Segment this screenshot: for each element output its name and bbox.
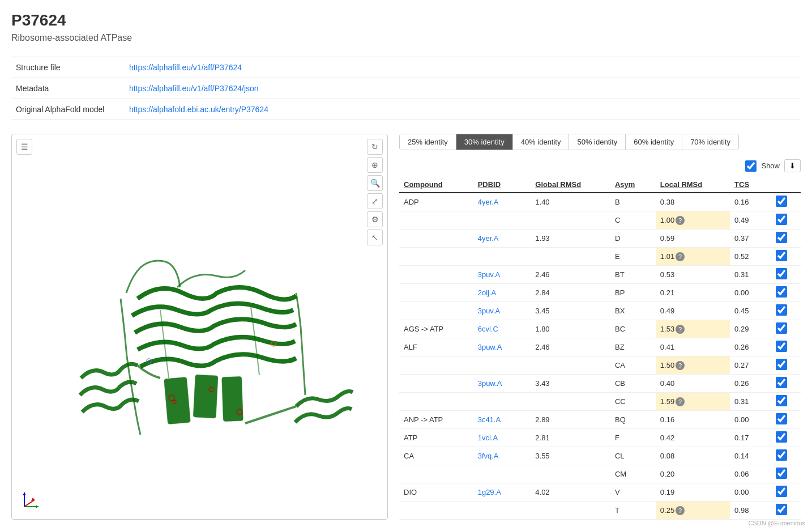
th-asym: Asym xyxy=(610,177,656,193)
identity-tab-2[interactable]: 40% identity xyxy=(513,134,570,150)
row-checkbox[interactable] xyxy=(776,377,787,388)
tcs-cell: 0.52 xyxy=(730,248,771,266)
row-checkbox[interactable] xyxy=(776,449,787,461)
row-checkbox[interactable] xyxy=(776,431,787,443)
row-checkbox[interactable] xyxy=(776,413,787,424)
row-checkbox[interactable] xyxy=(776,341,787,352)
row-checkbox[interactable] xyxy=(776,322,787,334)
checkbox-cell[interactable] xyxy=(771,193,801,211)
compound-cell xyxy=(399,211,473,230)
asym-cell: C xyxy=(610,211,656,230)
pdbid-cell: 3c41.A xyxy=(473,411,531,429)
page-subtitle: Ribosome-associated ATPase xyxy=(11,33,801,43)
pdbid-link[interactable]: 3puw.A xyxy=(478,379,502,388)
row-checkbox[interactable] xyxy=(776,232,787,243)
checkbox-cell[interactable] xyxy=(771,248,801,266)
checkbox-cell[interactable] xyxy=(771,266,801,284)
tcs-cell: 0.17 xyxy=(730,429,771,447)
row-checkbox[interactable] xyxy=(776,395,787,406)
checkbox-cell[interactable] xyxy=(771,302,801,320)
pdbid-link[interactable]: 1vci.A xyxy=(478,434,498,442)
page-title: P37624 xyxy=(11,11,801,29)
pdbid-cell xyxy=(473,248,531,266)
table-row: AGS -> ATP 6cvl.C 1.80 BC 1.53? 0.29 xyxy=(399,320,801,338)
pdbid-link[interactable]: 6cvl.C xyxy=(478,325,498,333)
row-checkbox[interactable] xyxy=(776,304,787,316)
row-checkbox[interactable] xyxy=(776,286,787,298)
tcs-cell: 0.31 xyxy=(730,266,771,284)
row-checkbox[interactable] xyxy=(776,268,787,279)
pdbid-link[interactable]: 4yer.A xyxy=(478,198,499,206)
pdbid-link[interactable]: 3c41.A xyxy=(478,415,501,424)
checkbox-cell[interactable] xyxy=(771,447,801,465)
pdbid-link[interactable]: 2olj.A xyxy=(478,288,497,297)
identity-tab-4[interactable]: 60% identity xyxy=(626,134,682,150)
compound-cell: ADP xyxy=(399,193,473,211)
info-link[interactable]: https://alphafill.eu/v1/aff/P37624/json xyxy=(129,84,259,93)
checkbox-cell[interactable] xyxy=(771,429,801,447)
identity-tab-3[interactable]: 50% identity xyxy=(569,134,626,150)
info-link[interactable]: https://alphafill.eu/v1/aff/P37624 xyxy=(129,63,242,72)
compound-cell xyxy=(399,393,473,411)
global-rmsd-cell: 2.46 xyxy=(531,338,610,356)
local-rmsd-cell: 0.20 xyxy=(656,465,730,483)
compound-cell: ANP -> ATP xyxy=(399,411,473,429)
row-checkbox[interactable] xyxy=(776,214,787,225)
checkbox-cell[interactable] xyxy=(771,393,801,411)
checkbox-cell[interactable] xyxy=(771,502,801,520)
checkbox-cell[interactable] xyxy=(771,230,801,248)
checkbox-cell[interactable] xyxy=(771,211,801,230)
global-rmsd-cell xyxy=(531,502,610,520)
question-mark[interactable]: ? xyxy=(676,397,685,406)
pdbid-cell: 3puv.A xyxy=(473,266,531,284)
compound-cell xyxy=(399,502,473,520)
info-link[interactable]: https://alphafold.ebi.ac.uk/entry/P37624 xyxy=(129,105,268,114)
checkbox-cell[interactable] xyxy=(771,356,801,375)
table-row: ANP -> ATP 3c41.A 2.89 BQ 0.16 0.00 xyxy=(399,411,801,429)
pdbid-link[interactable]: 4yer.A xyxy=(478,234,499,243)
checkbox-cell[interactable] xyxy=(771,320,801,338)
identity-tab-0[interactable]: 25% identity xyxy=(400,134,456,150)
pdbid-cell xyxy=(473,211,531,230)
pdbid-link[interactable]: 1g29.A xyxy=(478,488,501,496)
row-checkbox[interactable] xyxy=(776,468,787,479)
table-row: CA 1.50? 0.27 xyxy=(399,356,801,375)
info-value: https://alphafold.ebi.ac.uk/entry/P37624 xyxy=(125,99,801,120)
table-row: CC 1.59? 0.31 xyxy=(399,393,801,411)
tcs-cell: 0.00 xyxy=(730,411,771,429)
question-mark[interactable]: ? xyxy=(676,325,685,334)
question-mark[interactable]: ? xyxy=(676,361,685,370)
question-mark[interactable]: ? xyxy=(676,252,685,261)
local-rmsd-cell: 0.16 xyxy=(656,411,730,429)
row-checkbox[interactable] xyxy=(776,250,787,261)
identity-tab-1[interactable]: 30% identity xyxy=(456,134,513,150)
row-checkbox[interactable] xyxy=(776,486,787,497)
local-rmsd-cell: 1.53? xyxy=(656,320,730,338)
question-mark[interactable]: ? xyxy=(676,216,685,225)
checkbox-cell[interactable] xyxy=(771,483,801,502)
pdbid-link[interactable]: 3puw.A xyxy=(478,343,502,351)
identity-tab-5[interactable]: 70% identity xyxy=(682,134,738,150)
pdbid-link[interactable]: 3puv.A xyxy=(478,270,501,279)
checkbox-cell[interactable] xyxy=(771,338,801,356)
checkbox-cell[interactable] xyxy=(771,465,801,483)
global-rmsd-cell: 4.02 xyxy=(531,483,610,502)
show-all-checkbox[interactable] xyxy=(745,160,757,172)
pdbid-link[interactable]: 3fvq.A xyxy=(478,452,499,460)
table-row: 3puv.A 2.46 BT 0.53 0.31 xyxy=(399,266,801,284)
tcs-cell: 0.00 xyxy=(730,483,771,502)
local-rmsd-cell: 0.21 xyxy=(656,284,730,302)
compound-cell xyxy=(399,465,473,483)
row-checkbox[interactable] xyxy=(776,504,787,515)
pdbid-link[interactable]: 3puv.A xyxy=(478,307,501,315)
pdbid-cell: 6cvl.C xyxy=(473,320,531,338)
row-checkbox[interactable] xyxy=(776,196,787,207)
asym-cell: BZ xyxy=(610,338,656,356)
row-checkbox[interactable] xyxy=(776,359,787,370)
question-mark[interactable]: ? xyxy=(676,506,685,515)
asym-cell: BT xyxy=(610,266,656,284)
checkbox-cell[interactable] xyxy=(771,375,801,393)
checkbox-cell[interactable] xyxy=(771,284,801,302)
download-button[interactable]: ⬇ xyxy=(784,159,801,172)
checkbox-cell[interactable] xyxy=(771,411,801,429)
